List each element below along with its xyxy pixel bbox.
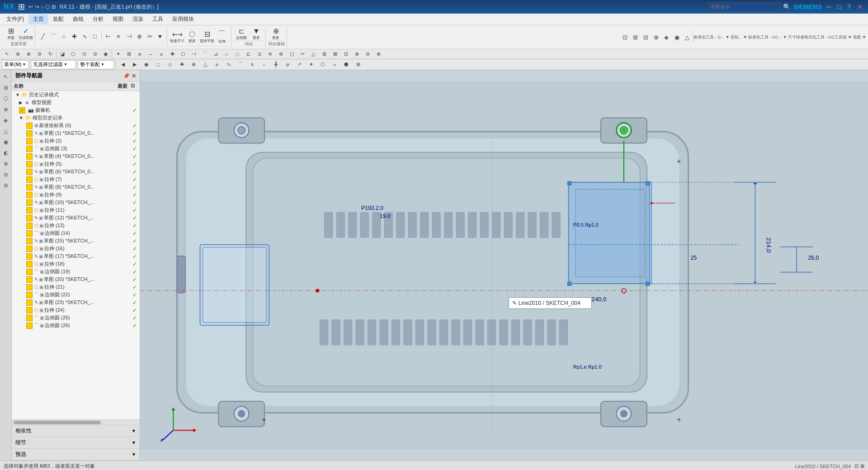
tree-item-13[interactable]: ⬡ ▣ 拉伸 (13) ✓ [12, 222, 140, 229]
qb-icon-3[interactable]: ◉ [142, 60, 151, 70]
strip-tool1[interactable]: ⊗ [1, 159, 11, 169]
check-7[interactable] [26, 176, 33, 183]
menu-file[interactable]: 文件(F) [2, 14, 28, 24]
check-26[interactable] [26, 323, 33, 329]
zoom-in-btn[interactable]: ⊕ [24, 49, 33, 59]
check-8[interactable] [26, 184, 33, 190]
thread-btn[interactable]: ≋ [265, 49, 275, 59]
check-14[interactable] [26, 230, 33, 237]
view-zoom-btn[interactable]: ⊕ [651, 32, 661, 42]
deselect-btn[interactable]: ⊗ [13, 49, 23, 59]
edge-button[interactable]: ⌒拉伸 [215, 30, 229, 43]
expand3-icon[interactable]: ▼ [19, 115, 24, 120]
tree-item-12[interactable]: ✎ ▣ 草图 (12) *SKETCH_... ✓ [12, 214, 140, 222]
point-tool[interactable]: ✚ [69, 32, 79, 42]
qb-icon-18[interactable]: ⬡ [318, 60, 328, 70]
view-orient-btn[interactable]: ⊞ [630, 32, 640, 42]
qb-icon-1[interactable]: ◀ [118, 60, 128, 70]
qb-icon-16[interactable]: ↗ [294, 60, 304, 70]
plane-button[interactable]: ⊟基准平面 [200, 30, 214, 43]
search-button[interactable]: 🔍 [783, 3, 791, 10]
view-fit-btn[interactable]: ⊟ [641, 32, 651, 42]
tree-item-20[interactable]: ✎ ▣ 草图 (20) *SKETCH_... ✓ [12, 275, 140, 283]
strip-camera[interactable]: ◉ [1, 137, 11, 147]
check-4[interactable] [26, 153, 33, 160]
check-6[interactable] [26, 169, 33, 175]
menu-apps[interactable]: 应用模块 [168, 14, 198, 24]
expand2-icon[interactable]: ▶ [19, 100, 23, 105]
check-22[interactable] [26, 292, 33, 298]
check-2[interactable] [26, 138, 33, 144]
slot-btn[interactable]: ⊏ [243, 49, 253, 59]
expand-icon[interactable]: ▼ [15, 92, 20, 97]
tree-item-0[interactable]: ⊞ 基准坐标系 (0) ✓ [12, 122, 140, 129]
tree-item-19[interactable]: ⌒ ▣ 边倒圆 (19) ✓ [12, 268, 140, 275]
check-25[interactable] [26, 315, 33, 321]
strip-layer[interactable]: ◈ [1, 115, 11, 125]
check-17[interactable] [26, 253, 33, 260]
preselect-section[interactable]: 预选 ▼ [12, 449, 140, 461]
tree-item-2[interactable]: ⬡ ▣ 拉伸 (2) ✓ [12, 137, 140, 145]
tree-item-21[interactable]: ⬡ ▣ 拉伸 (21) ✓ [12, 283, 140, 291]
assembly-dropdown[interactable]: 整个装配 ▼ [78, 60, 114, 69]
pocket-btn[interactable]: □ [232, 49, 242, 59]
quick-dim-tool[interactable]: ⊢ [103, 32, 113, 42]
menu-view[interactable]: 视图 [108, 14, 128, 24]
zoom-out-btn[interactable]: ⊖ [34, 49, 44, 59]
tree-item-25[interactable]: ⌒ ▣ 边倒圆 (25) ✓ [12, 314, 140, 322]
constraint2-btn[interactable]: ≡ [156, 49, 166, 59]
tree-item-14[interactable]: ⌒ ▣ 边倒圆 (14) ✓ [12, 229, 140, 237]
tree-item-10[interactable]: ✎ ▣ 草图 (10) *SKETCH_... ✓ [12, 199, 140, 206]
tree-item-8[interactable]: ✎ ▣ 草图 (8) *SKETCH_0... ✓ [12, 183, 140, 191]
sketch-button[interactable]: ⊞草图 [4, 27, 18, 40]
qb-icon-6[interactable]: ✚ [177, 60, 187, 70]
qb-icon-2[interactable]: ▶ [130, 60, 140, 70]
quick-dim-button[interactable]: ⟷快速尺寸 [170, 30, 184, 43]
wireframe-btn[interactable]: ⬡ [68, 49, 78, 59]
check-11[interactable] [26, 207, 33, 214]
line-tool[interactable]: ╱ [38, 32, 48, 42]
qb-icon-14[interactable]: ╋ [271, 60, 281, 70]
mirror-tool[interactable]: ⊣ [124, 32, 134, 42]
menu-curve[interactable]: 曲线 [68, 14, 88, 24]
boss-btn[interactable]: ○ [222, 49, 231, 59]
tree-item-9[interactable]: ⬡ ▣ 拉伸 (9) ✓ [12, 191, 140, 199]
qb-icon-20[interactable]: ⬢ [341, 60, 351, 70]
qb-icon-5[interactable]: ◇ [165, 60, 175, 70]
qb-icon-15[interactable]: ⌀ [283, 60, 292, 70]
display-btn[interactable]: ⊘ [90, 49, 100, 59]
finish-sketch-button[interactable]: ✓完成草图 [19, 27, 33, 40]
check-0[interactable] [26, 123, 33, 129]
strip-render[interactable]: ◐ [1, 148, 11, 158]
check-19[interactable] [26, 269, 33, 275]
qb-icon-13[interactable]: ○ [259, 60, 269, 70]
check-18[interactable] [26, 261, 33, 267]
strip-tool2[interactable]: ⊘ [1, 170, 11, 180]
check-16[interactable] [26, 246, 33, 252]
view-section-btn[interactable]: ⊡ [620, 32, 630, 42]
mirror2-btn[interactable]: ⊣ [189, 49, 199, 59]
qb-icon-17[interactable]: ✦ [306, 60, 316, 70]
split-btn[interactable]: ✂ [297, 49, 307, 59]
arc-tool[interactable]: ⌒ [48, 32, 58, 42]
rotate-btn[interactable]: ↻ [45, 49, 55, 59]
tree-item-22[interactable]: ⌒ ▣ 边倒圆 (22) ✓ [12, 291, 140, 299]
measure-btn[interactable]: ⌀ [135, 49, 145, 59]
snap-btn[interactable]: ✦ [113, 49, 123, 59]
menu-home[interactable]: 主页 [28, 14, 48, 24]
more-tool[interactable]: ▼ [155, 32, 165, 42]
menu-dropdown[interactable]: 菜单(M) ▼ [2, 60, 29, 69]
check-21[interactable] [26, 284, 33, 290]
shell-btn[interactable]: ◻ [287, 49, 297, 59]
3d-viewport[interactable]: 240,0 214,0 P193.2.0 19.0 P0.5 Rp1.0 Rp1… [140, 70, 868, 461]
extrude-button[interactable]: ⬡更多 [185, 30, 199, 43]
more2-button[interactable]: ▼更多 [249, 27, 264, 40]
unite-btn[interactable]: ⊕ [352, 49, 362, 59]
analysis-btn[interactable]: △ [682, 32, 692, 42]
check-camera[interactable]: ✓ [19, 107, 25, 114]
shade-btn[interactable]: ◪ [57, 49, 67, 59]
check-3[interactable] [26, 146, 33, 152]
offset-tool[interactable]: ⊕ [134, 32, 144, 42]
stitch-btn[interactable]: ⊠ [330, 49, 340, 59]
sync-move-button[interactable]: ⊕更多 [269, 27, 283, 40]
